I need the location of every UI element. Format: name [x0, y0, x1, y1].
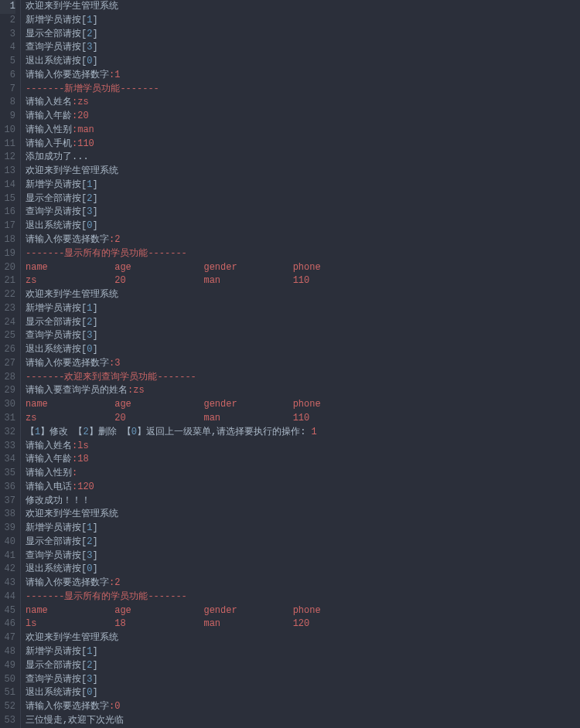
token-brace: ]: [92, 179, 97, 190]
token-red: ls 18 man 120: [26, 618, 309, 629]
code-content[interactable]: 欢迎来到学生管理系统新增学员请按[1]显示全部请按[2]查询学员请按[3]退出系…: [20, 0, 580, 728]
token-plain: 显示全部请按: [26, 29, 81, 39]
line-number: 49: [0, 659, 15, 673]
code-line: 查询学员请按[3]: [26, 41, 580, 55]
line-number: 3: [0, 28, 15, 42]
code-line: 新增学员请按[1]: [26, 179, 580, 192]
token-plain: 【: [26, 427, 35, 437]
code-line: 请输入姓名:ls: [26, 440, 580, 454]
code-line: 退出系统请按[0]: [26, 686, 580, 700]
token-red: :20: [72, 111, 89, 121]
line-number: 40: [0, 536, 15, 549]
token-plain: 请输入你要选择数字: [26, 70, 109, 80]
token-plain: 退出系统请按: [26, 56, 81, 66]
token-plain: 新增学员请按: [26, 179, 81, 190]
token-brace: ]: [92, 220, 97, 231]
token-plain: 显示全部请按: [26, 536, 81, 547]
token-plain: 请输入性别: [26, 124, 72, 135]
code-line: 退出系统请按[0]: [26, 219, 580, 233]
line-number: 50: [0, 673, 15, 687]
token-plain: 显示全部请按: [26, 317, 81, 328]
token-brace: ]: [92, 29, 97, 39]
code-line: 显示全部请按[2]: [26, 192, 580, 206]
line-number: 23: [0, 302, 15, 316]
token-plain: 】返回上一级菜单,请选择要执行的操作:: [137, 427, 305, 437]
code-line: 请输入你要选择数字:2: [26, 577, 580, 590]
line-number: 12: [0, 151, 15, 165]
token-brace: ]: [92, 674, 97, 685]
code-line: 请输入年龄:20: [26, 110, 580, 124]
token-plain: 请输入你要选择数字: [26, 358, 109, 369]
token-red: zs 20 man 110: [26, 413, 309, 424]
line-number: 52: [0, 700, 15, 714]
token-plain: 退出系统请按: [26, 344, 81, 355]
token-plain: 请输入要查询学员的姓名: [26, 385, 128, 396]
code-line: 新增学员请按[1]: [26, 14, 580, 28]
token-red: :120: [72, 481, 94, 492]
line-number: 28: [0, 371, 15, 385]
code-line: 请输入你要选择数字:3: [26, 357, 580, 371]
code-line: 查询学员请按[3]: [26, 673, 580, 687]
code-line: ls 18 man 120: [26, 617, 580, 631]
token-plain: 欢迎来到学生管理系统: [26, 289, 118, 300]
token-plain: 请输入你要选择数字: [26, 701, 109, 712]
token-plain: 请输入你要选择数字: [26, 234, 109, 245]
line-number: 2: [0, 14, 15, 28]
line-number: 26: [0, 343, 15, 357]
token-plain: 欢迎来到学生管理系统: [26, 632, 118, 643]
token-red: name age gender phone: [26, 605, 321, 616]
token-plain: 新增学员请按: [26, 303, 81, 314]
line-number: 39: [0, 522, 15, 536]
line-number: 5: [0, 55, 15, 69]
token-brace: ]: [92, 303, 97, 314]
code-line: 显示全部请按[2]: [26, 316, 580, 330]
code-line: 查询学员请按[3]: [26, 549, 580, 563]
code-line: name age gender phone: [26, 261, 580, 275]
line-number: 9: [0, 110, 15, 124]
token-brace: ]: [92, 660, 97, 671]
code-editor[interactable]: 1234567891011121314151617181920212223242…: [0, 0, 580, 728]
line-number: 14: [0, 179, 15, 192]
code-line: 新增学员请按[1]: [26, 645, 580, 659]
code-line: zs 20 man 110: [26, 412, 580, 426]
token-red: :zs: [128, 385, 145, 396]
token-plain: 新增学员请按: [26, 15, 81, 26]
line-number: 8: [0, 96, 15, 110]
token-plain: 欢迎来到学生管理系统: [26, 165, 118, 176]
code-line: -------显示所有的学员功能-------: [26, 590, 580, 604]
token-brace: ]: [92, 193, 97, 204]
line-number: 51: [0, 686, 15, 700]
line-number: 30: [0, 398, 15, 412]
code-line: 请输入手机:110: [26, 138, 580, 151]
line-number: 19: [0, 247, 15, 261]
code-line: 新增学员请按[1]: [26, 522, 580, 536]
token-brace: ]: [92, 344, 97, 355]
line-number: 29: [0, 384, 15, 398]
line-number: 17: [0, 219, 15, 233]
token-brace: ]: [92, 15, 97, 26]
line-number-gutter: 1234567891011121314151617181920212223242…: [0, 0, 20, 728]
line-number: 25: [0, 329, 15, 343]
line-number: 20: [0, 261, 15, 275]
token-plain: 请输入年龄: [26, 454, 72, 464]
token-red: :2: [109, 577, 120, 588]
token-red: zs 20 man 110: [26, 275, 309, 286]
line-number: 22: [0, 288, 15, 302]
code-line: 请输入年龄:18: [26, 453, 580, 467]
line-number: 32: [0, 426, 15, 440]
code-line: 请输入电话:120: [26, 481, 580, 495]
token-red: -------欢迎来到查询学员功能-------: [26, 372, 196, 383]
code-line: 【1】修改 【2】删除 【0】返回上一级菜单,请选择要执行的操作: 1: [26, 426, 580, 440]
code-line: 欢迎来到学生管理系统: [26, 508, 580, 522]
line-number: 53: [0, 714, 15, 728]
token-plain: 添加成功了...: [26, 151, 89, 162]
code-line: -------显示所有的学员功能-------: [26, 247, 580, 261]
token-red: :: [72, 468, 77, 478]
token-brace: ]: [92, 56, 97, 66]
code-line: name age gender phone: [26, 398, 580, 412]
token-plain: 请输入姓名: [26, 441, 72, 451]
token-red: name age gender phone: [26, 262, 321, 273]
token-plain: 查询学员请按: [26, 330, 81, 341]
token-plain: 新增学员请按: [26, 522, 81, 533]
code-line: 欢迎来到学生管理系统: [26, 631, 580, 645]
